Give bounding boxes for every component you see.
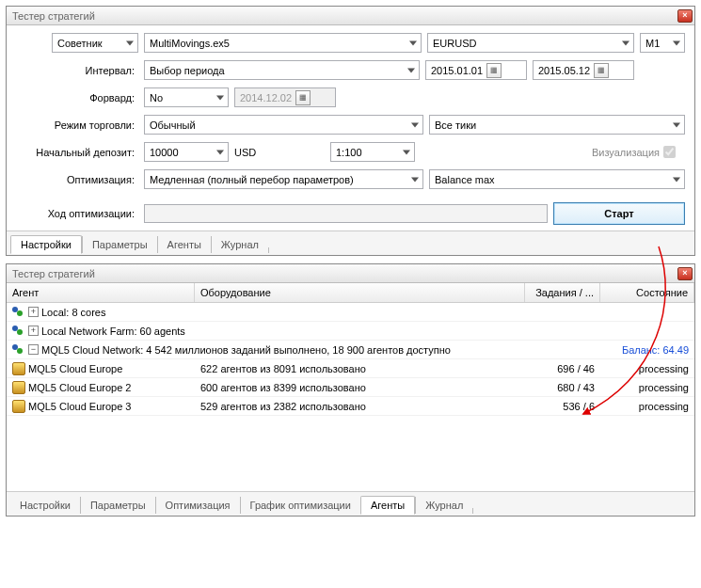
agent-name: MQL5 Cloud Europe [28, 363, 122, 374]
cpu-icon [12, 400, 25, 413]
agent-tasks: 680 / 43 [525, 382, 600, 393]
agent-row[interactable]: MQL5 Cloud Europe 2 600 агентов из 8399 … [7, 378, 694, 397]
col-equipment[interactable]: Оборудование [195, 283, 525, 302]
calendar-icon: ▦ [295, 90, 311, 105]
timeframe-value: M1 [645, 38, 660, 49]
agent-equip: 529 агентов из 2382 использовано [195, 401, 525, 412]
expand-toggle[interactable]: + [28, 307, 39, 317]
group-farm-text: Local Network Farm: 60 agents [41, 326, 185, 337]
collapse-toggle[interactable]: − [28, 344, 39, 355]
group-local-text: Local: 8 cores [41, 307, 105, 318]
leverage-select[interactable]: 1:100 [330, 142, 415, 162]
optimization-mode-select[interactable]: Медленная (полный перебор параметров) [144, 169, 423, 189]
agent-tasks: 696 / 46 [525, 363, 600, 374]
titlebar[interactable]: Тестер стратегий × [7, 264, 694, 283]
deposit-currency: USD [234, 147, 263, 158]
leverage-value: 1:100 [336, 147, 362, 158]
optimization-mode-value: Медленная (полный перебор параметров) [150, 174, 354, 185]
trade-mode-select[interactable]: Обычный [144, 115, 423, 135]
agent-state: processing [600, 382, 694, 393]
deposit-amount-value: 10000 [150, 147, 179, 158]
optimization-criterion-select[interactable]: Balance max [429, 169, 685, 189]
group-cloud-text: MQL5 Cloud Network: 4 542 миллионов зада… [41, 344, 451, 356]
group-farm[interactable]: + Local Network Farm: 60 agents [7, 322, 694, 341]
trade-mode-value: Обычный [150, 119, 196, 131]
optimization-label: Оптимизация: [16, 174, 138, 185]
agent-tasks: 536 / 6 [525, 401, 600, 412]
date-from-input[interactable]: 2015.01.01 ▦ [425, 60, 527, 80]
col-tasks[interactable]: Задания / ... [525, 283, 600, 302]
progress-label: Ход оптимизации: [16, 208, 138, 219]
forward-select[interactable]: No [144, 87, 229, 107]
interval-select[interactable]: Выбор периода [144, 60, 420, 80]
tick-mode-select[interactable]: Все тики [429, 115, 685, 135]
agent-row[interactable]: MQL5 Cloud Europe 3 529 агентов из 2382 … [7, 397, 694, 416]
cloud-balance: Баланс: 64.49 [600, 344, 694, 356]
strategy-tester-settings-window: Тестер стратегий × Советник MultiMovings… [6, 6, 695, 256]
bottom-tabs: Настройки Параметры Агенты Журнал [7, 230, 694, 255]
interval-value: Выбор периода [150, 65, 225, 76]
window-title: Тестер стратегий [12, 268, 677, 279]
start-button[interactable]: Старт [553, 202, 685, 225]
visualization-checkbox[interactable]: Визуализация [592, 146, 676, 158]
agents-icon [12, 306, 25, 319]
expert-type-select[interactable]: Советник [52, 33, 138, 53]
visualization-label: Визуализация [592, 147, 660, 158]
tab-parameters[interactable]: Параметры [80, 497, 155, 514]
forward-date-input: 2014.12.02 ▦ [234, 87, 336, 107]
tab-settings[interactable]: Настройки [10, 497, 80, 514]
tab-agents[interactable]: Агенты [360, 496, 415, 515]
calendar-icon[interactable]: ▦ [594, 63, 609, 78]
agent-row[interactable]: MQL5 Cloud Europe 622 агентов из 8091 ис… [7, 359, 694, 378]
expert-file-select[interactable]: MultiMovings.ex5 [144, 33, 422, 53]
cpu-icon [12, 381, 25, 394]
symbol-select[interactable]: EURUSD [427, 33, 634, 53]
visualization-check-input[interactable] [663, 146, 676, 158]
agent-name: MQL5 Cloud Europe 3 [28, 401, 131, 412]
trade-mode-label: Режим торговли: [16, 119, 138, 131]
date-to-value: 2015.05.12 [538, 65, 590, 76]
optimization-criterion-value: Balance max [435, 174, 495, 185]
date-from-value: 2015.01.01 [431, 65, 483, 76]
forward-label: Форвард: [16, 92, 138, 103]
tab-agents[interactable]: Агенты [157, 236, 211, 253]
agents-icon [12, 343, 25, 357]
forward-date-value: 2014.12.02 [240, 92, 292, 103]
close-icon[interactable]: × [677, 267, 693, 280]
agent-state: processing [600, 401, 694, 412]
bottom-tabs: Настройки Параметры Оптимизация График о… [7, 491, 694, 516]
group-cloud[interactable]: − MQL5 Cloud Network: 4 542 миллионов за… [7, 341, 694, 359]
expert-file-value: MultiMovings.ex5 [150, 38, 230, 49]
grid-header: Агент Оборудование Задания / ... Состоян… [7, 283, 694, 303]
expand-toggle[interactable]: + [28, 326, 39, 336]
close-icon[interactable]: × [677, 9, 693, 23]
tick-mode-value: Все тики [435, 119, 476, 131]
tab-journal[interactable]: Журнал [211, 236, 268, 253]
date-to-input[interactable]: 2015.05.12 ▦ [533, 60, 634, 80]
agent-name: MQL5 Cloud Europe 2 [28, 382, 131, 393]
tab-end [472, 508, 473, 514]
tab-parameters[interactable]: Параметры [82, 236, 157, 253]
interval-label: Интервал: [16, 65, 138, 76]
agents-icon [12, 325, 25, 338]
calendar-icon[interactable]: ▦ [486, 63, 502, 78]
forward-value: No [150, 92, 163, 103]
group-local[interactable]: + Local: 8 cores [7, 303, 694, 322]
strategy-tester-agents-window: Тестер стратегий × Агент Оборудование За… [6, 263, 695, 516]
tab-journal[interactable]: Журнал [415, 497, 472, 514]
deposit-label: Начальный депозит: [16, 147, 138, 158]
window-title: Тестер стратегий [12, 10, 677, 22]
agents-body: Агент Оборудование Задания / ... Состоян… [7, 283, 694, 491]
tab-end [268, 247, 269, 253]
tab-optimization[interactable]: Оптимизация [155, 497, 240, 514]
tab-settings[interactable]: Настройки [10, 235, 82, 254]
titlebar[interactable]: Тестер стратегий × [7, 7, 694, 25]
optimization-progress [144, 204, 548, 223]
col-agent[interactable]: Агент [7, 283, 195, 302]
deposit-amount-select[interactable]: 10000 [144, 142, 229, 162]
start-button-label: Старт [604, 208, 633, 219]
agent-equip: 622 агентов из 8091 использовано [195, 363, 525, 374]
col-state[interactable]: Состояние [600, 283, 694, 302]
tab-opt-chart[interactable]: График оптимизации [240, 497, 360, 514]
timeframe-select[interactable]: M1 [640, 33, 685, 53]
